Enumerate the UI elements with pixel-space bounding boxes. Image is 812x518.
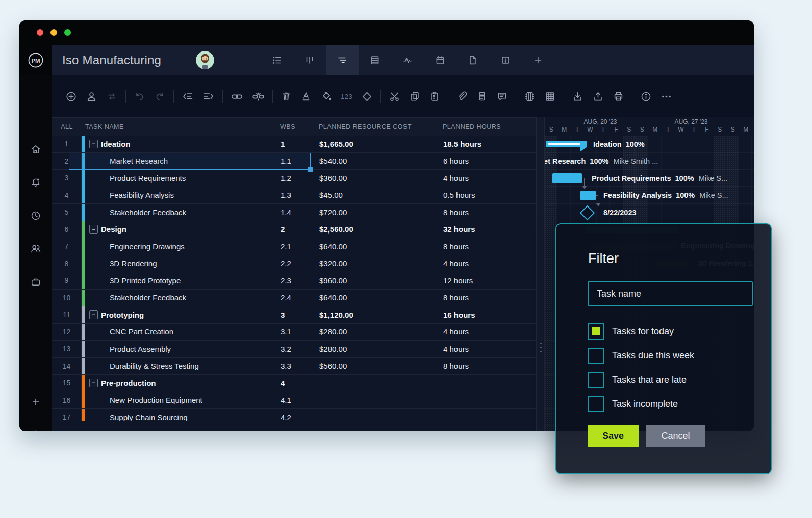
table-row[interactable]: 14Durability & Stress Testing3.3$560.008… bbox=[52, 358, 536, 375]
row-number[interactable]: 1 bbox=[52, 136, 82, 152]
help-icon[interactable] bbox=[19, 425, 52, 431]
wbs-cell[interactable]: 3.1 bbox=[277, 324, 315, 341]
planned-cost-cell[interactable]: $720.00 bbox=[315, 204, 439, 221]
row-number[interactable]: 8 bbox=[52, 255, 82, 272]
collapse-toggle-icon[interactable]: − bbox=[89, 225, 98, 234]
tab-sheet-view[interactable] bbox=[359, 45, 391, 75]
wbs-cell[interactable]: 4 bbox=[277, 375, 315, 392]
table-row[interactable]: 13Product Assembly3.2$280.004 hours bbox=[52, 341, 536, 358]
planned-cost-cell[interactable] bbox=[315, 375, 439, 392]
gantt-summary-bar[interactable] bbox=[546, 141, 587, 147]
cut-icon[interactable] bbox=[389, 91, 400, 102]
task-name-cell[interactable]: −Ideation bbox=[85, 136, 275, 152]
planned-hours-cell[interactable]: 12 hours bbox=[439, 272, 536, 289]
tab-gantt-view[interactable] bbox=[326, 45, 359, 75]
planned-hours-cell[interactable]: 4 hours bbox=[439, 341, 536, 357]
fill-color-icon[interactable] bbox=[320, 91, 332, 102]
task-name-cell[interactable]: CNC Part Creation bbox=[85, 324, 275, 341]
app-logo[interactable]: PM bbox=[19, 45, 52, 75]
assign-user-icon[interactable] bbox=[86, 91, 97, 102]
team-icon[interactable] bbox=[19, 239, 52, 259]
outdent-icon[interactable] bbox=[182, 90, 194, 102]
milestone-diamond[interactable] bbox=[580, 205, 595, 221]
table-row[interactable]: 17Supply Chain Sourcing4.2 bbox=[52, 409, 536, 421]
task-name-cell[interactable]: −Prototyping bbox=[85, 306, 275, 323]
milestone-icon[interactable] bbox=[361, 91, 373, 102]
wbs-cell[interactable]: 2.2 bbox=[277, 255, 315, 272]
planned-cost-cell[interactable]: $640.00 bbox=[315, 290, 439, 306]
table-row[interactable]: 93D Printed Prototype2.3$960.0012 hours bbox=[52, 272, 536, 290]
task-name-cell[interactable]: Product Assembly bbox=[85, 341, 275, 357]
planned-cost-cell[interactable]: $280.00 bbox=[315, 324, 439, 341]
info-icon[interactable] bbox=[640, 91, 652, 102]
link-tasks-icon[interactable] bbox=[231, 90, 243, 103]
row-number[interactable]: 3 bbox=[52, 170, 82, 187]
table-row[interactable]: 3Product Requirements1.2$360.004 hours bbox=[52, 170, 536, 187]
wbs-cell[interactable]: 2.3 bbox=[277, 272, 315, 289]
planned-hours-cell[interactable] bbox=[439, 392, 536, 409]
checkbox-checked[interactable] bbox=[588, 323, 604, 340]
planned-cost-cell[interactable] bbox=[315, 409, 439, 421]
planned-cost-cell[interactable]: $560.00 bbox=[315, 358, 439, 375]
wbs-cell[interactable]: 2.4 bbox=[277, 290, 315, 306]
task-name-cell[interactable]: −Pre-production bbox=[85, 375, 275, 392]
wbs-cell[interactable]: 4.1 bbox=[277, 392, 315, 409]
grid-icon[interactable] bbox=[544, 91, 556, 102]
task-name-cell[interactable]: Feasibility Analysis bbox=[85, 187, 275, 204]
row-number[interactable]: 10 bbox=[52, 290, 82, 306]
checkbox-unchecked[interactable] bbox=[588, 348, 604, 364]
tab-docs-view[interactable] bbox=[456, 45, 489, 75]
portfolio-briefcase-icon[interactable] bbox=[19, 272, 52, 292]
cancel-button[interactable]: Cancel bbox=[646, 425, 705, 447]
tab-board-view[interactable] bbox=[293, 45, 326, 75]
notifications-bell-icon[interactable] bbox=[19, 172, 52, 193]
close-window-button[interactable] bbox=[37, 29, 43, 36]
planned-hours-cell[interactable]: 8 hours bbox=[439, 290, 536, 306]
delete-icon[interactable] bbox=[281, 91, 292, 102]
planned-hours-cell[interactable] bbox=[439, 375, 536, 392]
planned-cost-cell[interactable]: $2,560.00 bbox=[315, 221, 439, 238]
wbs-cell[interactable]: 4.2 bbox=[277, 409, 315, 421]
task-name-cell[interactable]: −Design bbox=[85, 221, 275, 238]
tab-calendar-view[interactable] bbox=[424, 45, 456, 75]
task-name-cell[interactable]: 3D Printed Prototype bbox=[85, 272, 275, 289]
table-row[interactable]: 12CNC Part Creation3.1$280.004 hours bbox=[52, 324, 536, 341]
row-number[interactable]: 17 bbox=[52, 409, 82, 421]
planned-hours-cell[interactable]: 18.5 hours bbox=[439, 136, 536, 152]
tab-alerts-view[interactable] bbox=[489, 45, 522, 75]
planned-hours-cell[interactable]: 0.5 hours bbox=[439, 187, 536, 204]
wbs-cell[interactable]: 3 bbox=[277, 306, 315, 323]
planned-cost-cell[interactable]: $320.00 bbox=[315, 255, 439, 272]
task-name-cell[interactable]: Stakeholder Feedback bbox=[85, 290, 275, 306]
tab-activity-view[interactable] bbox=[391, 45, 424, 75]
row-number[interactable]: 15 bbox=[52, 375, 82, 392]
task-name-cell[interactable]: Engineering Drawings bbox=[85, 238, 275, 255]
planned-cost-cell[interactable] bbox=[315, 392, 439, 409]
planned-hours-cell[interactable]: 8 hours bbox=[439, 204, 536, 221]
planned-hours-cell[interactable]: 8 hours bbox=[439, 358, 536, 375]
wbs-cell[interactable]: 1.3 bbox=[277, 187, 315, 204]
wbs-cell[interactable]: 1 bbox=[277, 136, 315, 152]
table-row[interactable]: 11−Prototyping3$1,120.0016 hours bbox=[52, 306, 536, 324]
row-number[interactable]: 11 bbox=[52, 306, 82, 323]
undo-icon[interactable] bbox=[134, 91, 145, 102]
row-number[interactable]: 6 bbox=[52, 221, 82, 238]
task-name-cell[interactable]: Supply Chain Sourcing bbox=[85, 409, 275, 421]
notes-icon[interactable] bbox=[476, 91, 488, 102]
table-row[interactable]: 83D Rendering2.2$320.004 hours bbox=[52, 255, 536, 273]
column-header-planned-hours[interactable]: PLANNED HOURS bbox=[443, 118, 501, 136]
numbers-icon[interactable]: 123 bbox=[341, 93, 352, 100]
row-number[interactable]: 16 bbox=[52, 392, 82, 409]
more-icon[interactable] bbox=[661, 91, 672, 102]
planned-cost-cell[interactable]: $960.00 bbox=[315, 272, 439, 289]
wbs-cell[interactable]: 3.3 bbox=[277, 358, 315, 375]
tab-list-view[interactable] bbox=[261, 45, 293, 75]
table-row[interactable]: 1−Ideation1$1,665.0018.5 hours bbox=[52, 136, 536, 153]
checkbox-unchecked[interactable] bbox=[588, 396, 604, 412]
gantt-task-bar[interactable] bbox=[580, 191, 596, 200]
wbs-cell[interactable]: 2 bbox=[277, 221, 315, 238]
table-row[interactable]: 4Feasibility Analysis1.3$45.000.5 hours bbox=[52, 187, 536, 204]
redo-icon[interactable] bbox=[154, 91, 166, 102]
row-number[interactable]: 7 bbox=[52, 238, 82, 255]
wbs-cell[interactable]: 2.1 bbox=[277, 238, 315, 255]
